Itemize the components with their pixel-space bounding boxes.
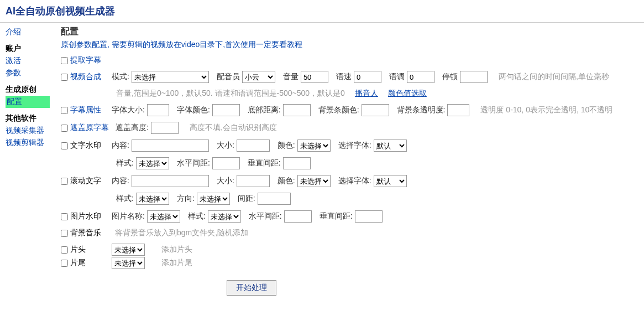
tail-select[interactable]: 未选择 xyxy=(112,257,145,269)
mask-hint: 高度不填,会自动识别高度 xyxy=(190,123,277,133)
image-wm-hspace-input[interactable] xyxy=(284,210,312,223)
scroll-content-input[interactable] xyxy=(132,175,209,187)
nav-activate[interactable]: 激活 xyxy=(6,55,50,67)
text-wm-size-input[interactable] xyxy=(237,140,270,152)
link-color[interactable]: 颜色值选取 xyxy=(388,89,427,99)
link-voicer[interactable]: 播音人 xyxy=(355,89,378,99)
head-select[interactable]: 未选择 xyxy=(112,244,145,256)
scroll-gap-input[interactable] xyxy=(258,193,291,205)
text-wm-vspace-input[interactable] xyxy=(283,157,311,169)
text-wm-style-select[interactable]: 未选择 xyxy=(136,157,169,169)
text-wm-hspace-input[interactable] xyxy=(212,157,240,169)
image-wm-checkbox[interactable]: 图片水印 xyxy=(61,211,105,221)
speed-input[interactable] xyxy=(354,71,381,83)
scroll-color-select[interactable]: 未选择 xyxy=(297,175,331,187)
scroll-style-select[interactable]: 未选择 xyxy=(136,193,169,205)
bgm-input[interactable] xyxy=(61,230,68,237)
head-checkbox[interactable]: 片头 xyxy=(61,245,105,255)
font-size-input[interactable] xyxy=(147,104,169,116)
image-wm-input[interactable] xyxy=(61,213,68,220)
mask-sub-checkbox[interactable]: 遮盖原字幕 xyxy=(61,123,109,133)
pitch-label: 语调 xyxy=(389,72,405,82)
tail-hint: 添加片尾 xyxy=(161,258,192,268)
page-subtitle: 原创参数配置, 需要剪辑的视频放在video目录下,首次使用一定要看教程 xyxy=(61,40,638,50)
speed-label: 语速 xyxy=(336,72,352,82)
pitch-input[interactable] xyxy=(407,71,434,83)
nav-editor[interactable]: 视频剪辑器 xyxy=(6,137,50,149)
font-attr-checkbox[interactable]: 字幕属性 xyxy=(61,105,105,115)
voicer-select[interactable]: 小云 xyxy=(242,71,275,83)
volume-label: 音量 xyxy=(283,72,299,82)
video-synth-checkbox[interactable]: 视频合成 xyxy=(61,72,105,82)
text-wm-input[interactable] xyxy=(61,142,68,149)
app-title: AI全自动原创视频生成器 xyxy=(6,4,638,18)
voicer-label: 配音员 xyxy=(217,72,240,82)
range-hint: 音量,范围是0~100，默认50. 语速和语调范围是-500~500，默认是0 xyxy=(116,89,345,99)
mode-select[interactable]: 未选择 xyxy=(132,71,209,83)
scroll-direction-select[interactable]: 未选择 xyxy=(197,193,230,205)
main-content: 配置 原创参数配置, 需要剪辑的视频放在video目录下,首次使用一定要看教程 … xyxy=(55,23,644,299)
volume-input[interactable] xyxy=(301,71,328,83)
pause-input[interactable] xyxy=(460,71,488,83)
head-hint: 添加片头 xyxy=(161,245,192,255)
mask-height-input[interactable] xyxy=(151,122,179,134)
font-color-input[interactable] xyxy=(212,104,240,116)
scroll-text-input[interactable] xyxy=(61,178,68,185)
image-wm-vspace-input[interactable] xyxy=(355,210,383,223)
scroll-size-input[interactable] xyxy=(237,175,270,187)
font-attr-input[interactable] xyxy=(61,107,68,114)
page-title: 配置 xyxy=(61,26,638,38)
video-synth-input[interactable] xyxy=(61,74,68,81)
text-wm-checkbox[interactable]: 文字水印 xyxy=(61,141,105,151)
submit-button[interactable]: 开始处理 xyxy=(227,280,276,296)
font-bgcolor-input[interactable] xyxy=(362,104,389,116)
mask-sub-input[interactable] xyxy=(61,125,68,132)
image-wm-style-select[interactable]: 未选择 xyxy=(208,210,241,223)
text-wm-content-input[interactable] xyxy=(132,140,209,152)
text-wm-color-select[interactable]: 未选择 xyxy=(297,140,331,152)
mode-label: 模式: xyxy=(112,72,129,82)
nav-config[interactable]: 配置 xyxy=(6,96,50,108)
nav-params[interactable]: 参数 xyxy=(6,67,50,79)
scroll-text-checkbox[interactable]: 滚动文字 xyxy=(61,176,105,186)
sidebar: 介绍 账户 激活 参数 生成原创 配置 其他软件 视频采集器 视频剪辑器 xyxy=(0,23,55,299)
head-input[interactable] xyxy=(61,246,68,254)
nav-collector[interactable]: 视频采集器 xyxy=(6,125,50,137)
image-wm-name-select[interactable]: 未选择 xyxy=(147,210,180,223)
scroll-font-select[interactable]: 默认 xyxy=(374,175,407,187)
text-wm-font-select[interactable]: 默认 xyxy=(374,140,407,152)
header: AI全自动原创视频生成器 xyxy=(0,0,644,23)
bgm-checkbox[interactable]: 背景音乐 xyxy=(61,228,105,238)
pause-label: 停顿 xyxy=(442,72,458,82)
nav-section-other: 其他软件 xyxy=(6,111,50,125)
nav-section-account: 账户 xyxy=(6,42,50,55)
extract-subtitle-checkbox[interactable]: 提取字幕 xyxy=(61,55,105,65)
font-bottom-input[interactable] xyxy=(283,104,311,116)
extract-subtitle-input[interactable] xyxy=(61,57,68,64)
tail-input[interactable] xyxy=(61,260,68,267)
pause-hint: 两句话之间的时间间隔,单位毫秒 xyxy=(499,72,609,82)
font-bgalpha-input[interactable] xyxy=(447,104,469,116)
nav-intro[interactable]: 介绍 xyxy=(6,26,50,38)
alpha-hint: 透明度 0-10, 0表示完全透明, 10不透明 xyxy=(480,105,612,115)
bgm-hint: 将背景音乐放入到bgm文件夹,随机添加 xyxy=(115,228,248,238)
nav-section-generate: 生成原创 xyxy=(6,82,50,96)
tail-checkbox[interactable]: 片尾 xyxy=(61,258,105,268)
